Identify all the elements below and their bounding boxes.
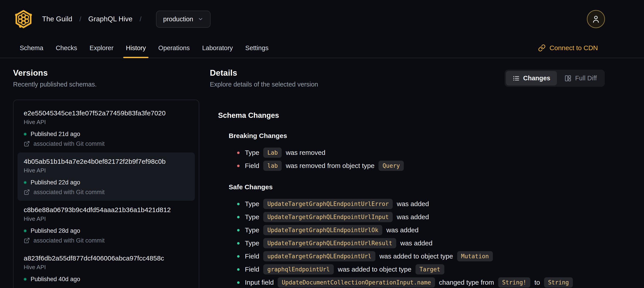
- schema-coordinate-badge: String!: [498, 277, 530, 287]
- change-item: Type Lab was removed: [237, 148, 605, 158]
- schema-coordinate-badge: updateTargetGraphQLEndpointUrl: [263, 251, 376, 261]
- change-text: Type: [245, 239, 261, 247]
- schema-changes-section: Schema Changes Breaking ChangesType Lab …: [210, 111, 605, 288]
- breadcrumb-separator: /: [140, 15, 142, 23]
- change-text: Type: [245, 213, 261, 221]
- details-title: Details: [210, 68, 318, 78]
- project-tab-bar: SchemaChecksExplorerHistoryOperationsLab…: [0, 38, 644, 58]
- change-text: was added: [395, 200, 429, 208]
- git-commit-link[interactable]: associated with Git commit: [24, 189, 188, 195]
- change-group-breaking: Breaking ChangesType Lab was removedFiel…: [218, 132, 605, 171]
- full-diff-view-button[interactable]: Full Diff: [558, 71, 604, 85]
- bullet-icon: [237, 152, 240, 154]
- changes-view-label: Changes: [523, 75, 550, 82]
- schema-changes-title: Schema Changes: [218, 111, 605, 120]
- connect-to-cdn-button[interactable]: Connect to CDN: [538, 38, 598, 58]
- schema-coordinate-badge: graphqlEndpointUrl: [263, 264, 334, 274]
- target-selector-value: production: [163, 16, 193, 23]
- change-group-title: Breaking Changes: [229, 132, 605, 140]
- tab-operations[interactable]: Operations: [152, 38, 196, 58]
- tab-explorer[interactable]: Explorer: [83, 38, 120, 58]
- tab-checks[interactable]: Checks: [50, 38, 83, 58]
- change-text: was added: [384, 226, 418, 234]
- bullet-icon: [237, 255, 240, 258]
- git-commit-link[interactable]: associated with Git commit: [24, 140, 188, 147]
- list-icon: [512, 75, 520, 82]
- change-text: Type: [245, 200, 261, 208]
- link-icon: [538, 44, 546, 52]
- change-text: Type: [245, 149, 261, 156]
- bullet-icon: [237, 203, 240, 205]
- schema-coordinate-badge: UpdateTargetGraphQLEndpointUrlOk: [263, 225, 382, 235]
- details-subtitle: Explore details of the selected version: [210, 81, 318, 88]
- change-item: Input field UpdateDocumentCollectionOper…: [237, 277, 605, 287]
- version-hash: c8b6e88a06793b9c4dfd54aaa21b36a1b421d812: [24, 206, 188, 214]
- bullet-icon: [237, 216, 240, 218]
- version-service-name: Hive API: [24, 215, 188, 222]
- versions-subtitle: Recently published schemas.: [13, 81, 199, 88]
- change-text: Field: [245, 252, 261, 260]
- versions-list: e2e55045345ce13fe07f52a77459b83fa3fe7020…: [13, 100, 199, 288]
- user-icon: [591, 15, 600, 24]
- change-item: Field lab was removed from object type Q…: [237, 161, 605, 171]
- schema-coordinate-badge: String: [544, 277, 573, 287]
- user-avatar-button[interactable]: [587, 10, 605, 28]
- version-hash: a823f6db2a55df877dcf406006abca97fcc4858c: [24, 254, 188, 262]
- change-group-title: Safe Changes: [229, 183, 605, 191]
- breadcrumb-project[interactable]: GraphQL Hive: [88, 15, 132, 23]
- version-service-name: Hive API: [24, 264, 188, 270]
- schema-coordinate-badge: Mutation: [457, 251, 493, 261]
- hive-logo-icon[interactable]: [13, 9, 34, 29]
- change-item: Field graphqlEndpointUrl was added to ob…: [237, 264, 605, 274]
- tab-settings[interactable]: Settings: [239, 38, 275, 58]
- version-item[interactable]: 4b05ab51b1b4a7e2e4b0ef82172f2b9f7ef98c0b…: [18, 152, 195, 201]
- external-link-icon: [24, 141, 30, 147]
- schema-coordinate-badge: UpdateTargetGraphQLEndpointUrlError: [263, 199, 393, 209]
- schema-coordinate-badge: Query: [378, 161, 404, 171]
- version-item[interactable]: e2e55045345ce13fe07f52a77459b83fa3fe7020…: [18, 104, 195, 152]
- change-text: Type: [245, 226, 261, 234]
- target-selector-dropdown[interactable]: production: [156, 11, 210, 28]
- version-item[interactable]: a823f6db2a55df877dcf406006abca97fcc4858c…: [18, 249, 195, 288]
- tab-schema[interactable]: Schema: [14, 38, 50, 58]
- version-service-name: Hive API: [24, 119, 188, 125]
- tab-history[interactable]: History: [120, 38, 152, 58]
- version-published-status: Published 40d ago: [24, 276, 188, 282]
- schema-coordinate-badge: UpdateDocumentCollectionOperationInput.n…: [278, 277, 435, 287]
- published-dot-icon: [24, 133, 26, 136]
- change-text: to: [532, 279, 542, 286]
- change-text: Input field: [245, 279, 276, 286]
- version-hash: e2e55045345ce13fe07f52a77459b83fa3fe7020: [24, 109, 188, 117]
- change-text: was added to object type: [336, 265, 413, 273]
- bullet-icon: [237, 229, 240, 231]
- change-item: Type UpdateTargetGraphQLEndpointUrlError…: [237, 199, 605, 209]
- version-published-status: Published 22d ago: [24, 179, 188, 186]
- published-dot-icon: [24, 229, 26, 232]
- change-text: was added to object type: [378, 252, 455, 260]
- tab-laboratory[interactable]: Laboratory: [196, 38, 239, 58]
- bullet-icon: [237, 165, 240, 167]
- version-published-status: Published 21d ago: [24, 131, 188, 137]
- change-text: was removed from object type: [284, 162, 376, 169]
- connect-to-cdn-label: Connect to CDN: [550, 44, 598, 52]
- change-text: Field: [245, 265, 261, 273]
- version-item[interactable]: c8b6e88a06793b9c4dfd54aaa21b36a1b421d812…: [18, 201, 195, 249]
- git-commit-link[interactable]: associated with Git commit: [24, 237, 188, 244]
- breadcrumb-org[interactable]: The Guild: [42, 15, 72, 23]
- chevron-down-icon: [198, 16, 204, 22]
- full-diff-view-label: Full Diff: [575, 75, 597, 82]
- main-content: Versions Recently published schemas. e2e…: [0, 58, 644, 288]
- versions-panel: Versions Recently published schemas. e2e…: [13, 68, 199, 288]
- change-item: Type UpdateTargetGraphQLEndpointUrlInput…: [237, 212, 605, 222]
- version-service-name: Hive API: [24, 167, 188, 174]
- changes-view-button[interactable]: Changes: [506, 71, 557, 85]
- version-published-status: Published 28d ago: [24, 227, 188, 234]
- change-group-safe: Safe ChangesType UpdateTargetGraphQLEndp…: [218, 183, 605, 288]
- change-text: was added: [395, 213, 429, 221]
- schema-coordinate-badge: Lab: [263, 148, 282, 158]
- change-item: Type UpdateTargetGraphQLEndpointUrlOk wa…: [237, 225, 605, 235]
- change-text: changed type from: [437, 279, 496, 286]
- schema-coordinate-badge: UpdateTargetGraphQLEndpointUrlResult: [263, 238, 396, 248]
- breadcrumb-separator: /: [79, 15, 81, 23]
- bullet-icon: [237, 281, 240, 284]
